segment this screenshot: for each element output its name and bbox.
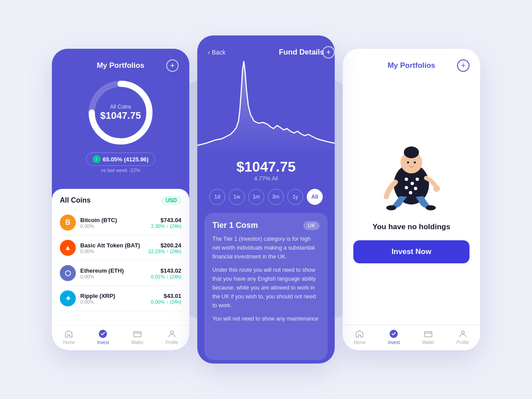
coin-icon-btc: B	[60, 215, 76, 231]
coin-change-xrp: 0.00% ↑ (24h)	[151, 299, 181, 305]
svg-point-7	[411, 182, 414, 185]
phone3-nav-invest[interactable]: Invest	[388, 329, 400, 345]
coin-info-bat: Basic Att Token (BAT) 0.00%	[80, 242, 148, 254]
svg-point-22	[461, 331, 464, 334]
phone3-nav-profile[interactable]: Profile	[457, 329, 469, 345]
fund-chart	[197, 57, 335, 154]
svg-point-18	[414, 161, 416, 164]
info-card-para2: Under this route you will not need to sh…	[212, 266, 320, 310]
coin-name-xrp: Ripple (XRP)	[80, 293, 151, 299]
svg-point-9	[405, 186, 408, 189]
phone3-nav-home[interactable]: Home	[354, 329, 366, 345]
filter-1y[interactable]: 1y	[287, 189, 303, 205]
phone-2: ‹ Back Fund Details + $1047.75 4.77% All	[197, 35, 335, 364]
coin-info-xrp: Ripple (XRP) 0.00%	[80, 293, 151, 305]
coin-icon-xrp: ✦	[60, 290, 76, 306]
phone-3: My Portfolios +	[343, 49, 480, 350]
coin-info-eth: Ethereum (ETH) 0.00%	[80, 267, 151, 279]
uk-badge: UK	[303, 221, 320, 230]
nav-wallet[interactable]: Wallet	[131, 329, 143, 345]
coin-pct-btc: 0.00%	[80, 223, 151, 229]
coin-row-bat[interactable]: ▲ Basic Att Token (BAT) 0.00% $200.24 22…	[60, 235, 181, 261]
nav-invest[interactable]: Invest	[97, 329, 109, 345]
phone1-title: My Portfolios	[97, 61, 145, 70]
donut-chart: All Coins $1047.75	[85, 77, 156, 148]
filter-1w[interactable]: 1w	[229, 189, 245, 205]
phone3-nav-invest-label: Invest	[388, 340, 400, 345]
gain-badge: ↑ 65.05% (4125.96)	[86, 153, 155, 166]
phones-container: My Portfolios + All Coins $1047.75 ↑	[52, 35, 480, 364]
gain-arrow-icon: ↑	[93, 155, 101, 163]
woman-illustration	[372, 134, 451, 215]
info-card-header: Tier 1 Cosm UK	[212, 221, 320, 230]
phone1-header: My Portfolios +	[63, 61, 179, 70]
profile-icon-3	[458, 329, 468, 339]
back-button[interactable]: ‹ Back	[208, 49, 226, 56]
illustration-area: You have no holdings Invest Now	[343, 77, 480, 325]
phone3-nav-wallet-label: Wallet	[422, 340, 434, 345]
nav-invest-label: Invest	[97, 340, 109, 345]
phone3-nav-profile-label: Profile	[457, 340, 469, 345]
coin-list: B Bitcoin (BTC) 0.00% $743.04 2.30% ↑ (2…	[60, 210, 181, 311]
svg-point-11	[409, 191, 412, 195]
nav-home[interactable]: Home	[63, 329, 75, 345]
phone-1: My Portfolios + All Coins $1047.75 ↑	[52, 49, 189, 350]
filter-all[interactable]: All	[307, 189, 323, 205]
svg-point-19	[433, 185, 440, 192]
coin-name-bat: Basic Att Token (BAT)	[80, 242, 148, 249]
filter-1m[interactable]: 1m	[248, 189, 264, 205]
coin-right-bat: $200.24 22.23% ↑ (24h)	[148, 242, 181, 254]
phone1-bottom: All Coins USD B Bitcoin (BTC) 0.00% $743…	[52, 189, 189, 325]
coin-row-xrp[interactable]: ✦ Ripple (XRP) 0.00% $43.01 0.00% ↑ (24h…	[60, 286, 181, 311]
phone3-nav-home-label: Home	[354, 340, 366, 345]
wallet-icon	[133, 329, 142, 339]
filter-3m[interactable]: 3m	[268, 189, 284, 205]
phone3-add-button[interactable]: +	[457, 59, 469, 72]
coin-list-title: All Coins	[60, 196, 90, 204]
phone3-header: My Portfolios +	[343, 49, 480, 77]
chart-sub: 4.77% All	[197, 175, 335, 182]
coin-name-eth: Ethereum (ETH)	[80, 267, 151, 274]
coin-right-xrp: $43.01 0.00% ↑ (24h)	[151, 293, 181, 305]
back-label: Back	[212, 49, 226, 56]
nav-wallet-label: Wallet	[131, 340, 143, 345]
back-arrow-icon: ‹	[208, 49, 210, 56]
phone3-nav-wallet[interactable]: Wallet	[422, 329, 434, 345]
coin-price-btc: $743.04	[151, 217, 181, 223]
phone3-title: My Portfolios	[387, 61, 435, 70]
svg-point-10	[414, 187, 418, 190]
chart-main-value: $1047.75	[197, 159, 335, 175]
chart-value-area: $1047.75 4.77% All	[197, 154, 335, 184]
coin-icon-bat: ▲	[60, 240, 76, 256]
donut-container: All Coins $1047.75 ↑ 65.05% (4125.96) vs…	[63, 77, 179, 173]
invest-icon	[98, 329, 108, 339]
invest-now-button[interactable]: Invest Now	[353, 240, 469, 263]
coin-pct-bat: 0.00%	[80, 249, 148, 254]
coin-change-eth: 0.01% ↑ (24h)	[151, 274, 181, 279]
no-holdings-text: You have no holdings	[372, 223, 450, 231]
coin-row-eth[interactable]: ⬡ Ethereum (ETH) 0.00% $143.02 0.01% ↑ (…	[60, 261, 181, 286]
home-icon	[64, 329, 74, 339]
nav-profile[interactable]: Profile	[166, 329, 178, 345]
svg-point-13	[426, 205, 436, 210]
svg-point-17	[407, 161, 409, 164]
coin-name-btc: Bitcoin (BTC)	[80, 217, 151, 223]
phone3-bottom-nav: Home Invest Wallet	[343, 325, 480, 350]
phone3-nav: Home Invest Wallet	[343, 325, 480, 350]
coin-row-btc[interactable]: B Bitcoin (BTC) 0.00% $743.04 2.30% ↑ (2…	[60, 210, 181, 235]
svg-point-4	[170, 331, 173, 334]
donut-center: All Coins $1047.75	[100, 104, 141, 121]
coin-right-btc: $743.04 2.30% ↑ (24h)	[151, 217, 181, 229]
nav-home-label: Home	[63, 340, 75, 345]
nav-profile-label: Profile	[166, 340, 178, 345]
profile-icon	[167, 329, 177, 339]
info-card-title: Tier 1 Cosm	[212, 221, 258, 230]
coin-pct-xrp: 0.00%	[80, 299, 151, 305]
home-icon-3	[355, 329, 364, 339]
donut-value: $1047.75	[100, 110, 141, 121]
wallet-icon-3	[423, 329, 433, 339]
phone1-add-button[interactable]: +	[166, 59, 179, 72]
coin-price-eth: $143.02	[151, 267, 181, 274]
filter-1d[interactable]: 1d	[209, 189, 225, 205]
coin-list-header: All Coins USD	[60, 196, 181, 205]
